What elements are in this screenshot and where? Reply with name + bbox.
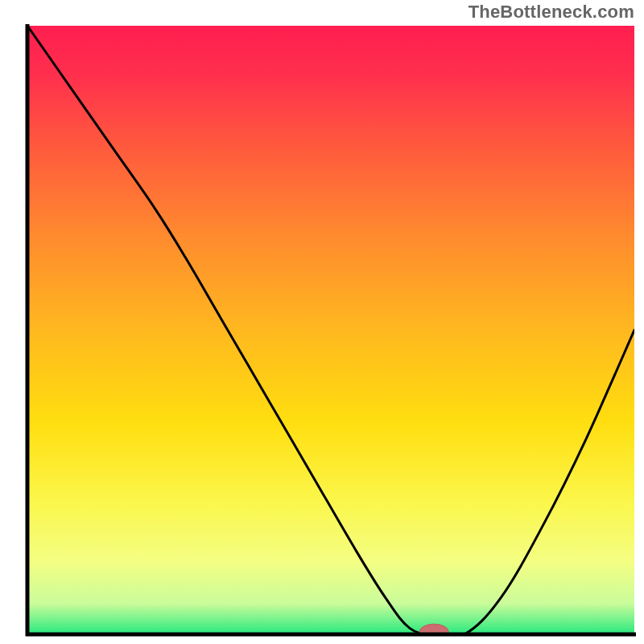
bottleneck-chart [0,0,644,644]
optimal-point-marker [419,624,448,640]
plot-background-gradient [27,26,634,634]
watermark-text: TheBottleneck.com [469,2,634,23]
